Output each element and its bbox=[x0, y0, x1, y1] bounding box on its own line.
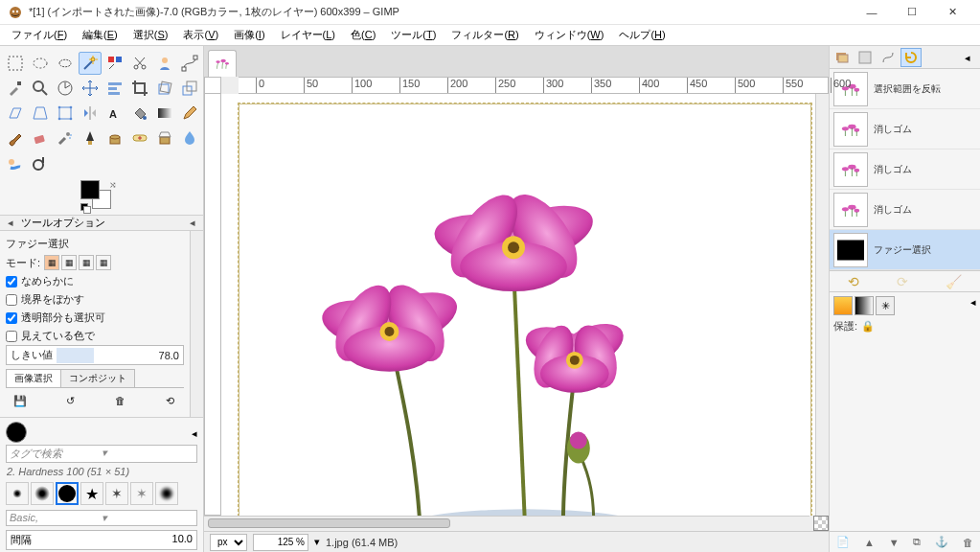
opt-tab-b[interactable]: コンポジット bbox=[60, 369, 135, 387]
undo-row[interactable]: 選択範囲を反転 bbox=[830, 69, 980, 109]
mode-add[interactable]: ▦ bbox=[61, 255, 77, 270]
tool-blur[interactable] bbox=[178, 126, 201, 150]
tool-fuzzy-select[interactable] bbox=[79, 52, 102, 75]
brush-dock-menu-icon[interactable]: ◂ bbox=[192, 427, 197, 440]
menu-filters[interactable]: フィルター(R) bbox=[444, 26, 526, 44]
layer-down-icon[interactable]: ▼ bbox=[889, 537, 900, 548]
undo-row[interactable]: ファジー選択 bbox=[830, 230, 980, 270]
tool-unified-transform[interactable] bbox=[54, 102, 77, 125]
canvas-hscrollbar[interactable] bbox=[204, 516, 809, 531]
save-preset-icon[interactable]: 💾 bbox=[11, 392, 29, 409]
swap-colors-icon[interactable]: ⤭ bbox=[109, 180, 117, 190]
reset-preset-icon[interactable]: ⟲ bbox=[161, 392, 178, 409]
dropdown-icon[interactable]: ▾ bbox=[102, 512, 194, 524]
brush-thumb[interactable] bbox=[31, 482, 54, 505]
brush-thumb[interactable] bbox=[155, 482, 178, 505]
tool-shear[interactable] bbox=[4, 102, 27, 125]
tool-airbrush[interactable] bbox=[54, 126, 77, 150]
layer-delete-icon[interactable]: 🗑 bbox=[963, 537, 973, 548]
ruler-corner[interactable] bbox=[204, 77, 221, 94]
zoom-input[interactable] bbox=[253, 534, 308, 551]
foreground-color-swatch[interactable] bbox=[80, 180, 100, 199]
tool-text[interactable]: A bbox=[103, 102, 126, 125]
tool-gradient[interactable] bbox=[153, 102, 176, 125]
opt-sample-merged[interactable]: 透明部分も選択可 bbox=[6, 309, 184, 327]
menu-help[interactable]: ヘルプ(H) bbox=[611, 26, 672, 44]
tool-ellipse-select[interactable] bbox=[29, 52, 52, 75]
layer-up-icon[interactable]: ▲ bbox=[864, 537, 875, 548]
gradient-thumb[interactable] bbox=[855, 296, 874, 315]
ruler-horizontal[interactable]: 050100150200250300350400450500550600 bbox=[239, 77, 829, 94]
menu-layer[interactable]: レイヤー(L) bbox=[273, 26, 343, 44]
opt-by-color[interactable]: 見えている色で bbox=[6, 327, 184, 345]
dock-menu-icon[interactable]: ◂ bbox=[957, 48, 978, 67]
pattern-thumb[interactable]: ✳ bbox=[876, 296, 895, 315]
tool-align[interactable] bbox=[103, 77, 126, 100]
menu-file[interactable]: ファイル(F) bbox=[4, 26, 75, 44]
undo-button[interactable]: ⟲ bbox=[848, 274, 859, 289]
tool-dodge-burn[interactable] bbox=[29, 151, 52, 174]
menu-view[interactable]: 表示(V) bbox=[175, 26, 226, 44]
brush-thumb[interactable] bbox=[80, 482, 103, 505]
brush-thumb[interactable] bbox=[56, 482, 79, 505]
tool-scissors[interactable] bbox=[128, 52, 151, 75]
tool-perspective-clone[interactable] bbox=[153, 126, 176, 150]
maximize-button[interactable]: ☐ bbox=[892, 0, 932, 25]
tool-clone[interactable] bbox=[103, 126, 126, 150]
active-brush-thumb[interactable] bbox=[6, 422, 27, 443]
tool-rect-select[interactable] bbox=[4, 52, 27, 75]
restore-preset-icon[interactable]: ↺ bbox=[61, 392, 79, 409]
brush-thumb[interactable] bbox=[130, 482, 153, 505]
dock-menu-icon[interactable]: ◂ bbox=[4, 217, 17, 230]
brush-tags-input[interactable]: Basic,▾ bbox=[6, 510, 197, 526]
zoom-dropdown-icon[interactable]: ▾ bbox=[314, 536, 320, 548]
brush-spacing[interactable]: 間隔 10.0 bbox=[6, 530, 197, 550]
tool-pencil[interactable] bbox=[178, 102, 201, 125]
dock-menu-icon[interactable]: ◂ bbox=[970, 296, 976, 315]
dock-detach-icon[interactable]: ◂ bbox=[186, 217, 199, 230]
menu-window[interactable]: ウィンドウ(W) bbox=[527, 26, 612, 44]
brush-filter-input[interactable]: タグで検索▾ bbox=[6, 445, 197, 463]
dropdown-icon[interactable]: ▾ bbox=[102, 447, 194, 461]
menu-edit[interactable]: 編集(E) bbox=[75, 26, 125, 44]
menu-image[interactable]: 画像(I) bbox=[226, 26, 272, 44]
gradient-thumb[interactable] bbox=[833, 296, 853, 315]
tool-crop[interactable] bbox=[128, 77, 151, 100]
threshold-slider[interactable]: しきい値 78.0 bbox=[6, 345, 184, 365]
menu-tools[interactable]: ツール(T) bbox=[383, 26, 444, 44]
tool-paths[interactable] bbox=[178, 52, 201, 75]
minimize-button[interactable]: ― bbox=[852, 0, 892, 25]
mode-intersect[interactable]: ▦ bbox=[96, 255, 111, 270]
menu-select[interactable]: 選択(S) bbox=[125, 26, 176, 44]
ruler-vertical[interactable] bbox=[204, 94, 221, 516]
default-colors-icon[interactable] bbox=[80, 203, 90, 213]
mode-replace[interactable]: ▦ bbox=[44, 255, 59, 270]
redo-button[interactable]: ⟳ bbox=[897, 274, 908, 289]
tool-options-scrollbar[interactable] bbox=[190, 231, 203, 417]
tool-ink[interactable] bbox=[79, 126, 102, 150]
tool-smudge[interactable] bbox=[4, 151, 27, 174]
canvas[interactable] bbox=[239, 104, 811, 516]
tool-flip[interactable] bbox=[79, 102, 102, 125]
canvas-vscrollbar[interactable] bbox=[815, 94, 829, 516]
tab-paths-icon[interactable] bbox=[877, 48, 899, 67]
opt-antialias[interactable]: なめらかに bbox=[6, 272, 184, 290]
tool-rotate[interactable] bbox=[153, 77, 176, 100]
tool-paintbrush[interactable] bbox=[4, 126, 27, 150]
tool-perspective[interactable] bbox=[29, 102, 52, 125]
tool-by-color-select[interactable] bbox=[103, 52, 126, 75]
tab-channels-icon[interactable] bbox=[855, 48, 876, 67]
layer-new-icon[interactable]: 📄 bbox=[836, 536, 850, 548]
tab-undo-history-icon[interactable] bbox=[900, 48, 922, 67]
tab-layers-icon[interactable] bbox=[832, 48, 853, 67]
brush-thumb[interactable] bbox=[105, 482, 128, 505]
close-button[interactable]: ✕ bbox=[932, 0, 972, 25]
tool-scale[interactable] bbox=[178, 77, 201, 100]
tool-heal[interactable] bbox=[128, 126, 151, 150]
tool-bucket-fill[interactable] bbox=[128, 102, 151, 125]
layer-duplicate-icon[interactable]: ⧉ bbox=[913, 536, 921, 548]
tool-zoom[interactable] bbox=[29, 77, 52, 100]
undo-row[interactable]: 消しゴム bbox=[830, 109, 980, 150]
undo-row[interactable]: 消しゴム bbox=[830, 190, 980, 230]
tool-free-select[interactable] bbox=[54, 52, 77, 75]
